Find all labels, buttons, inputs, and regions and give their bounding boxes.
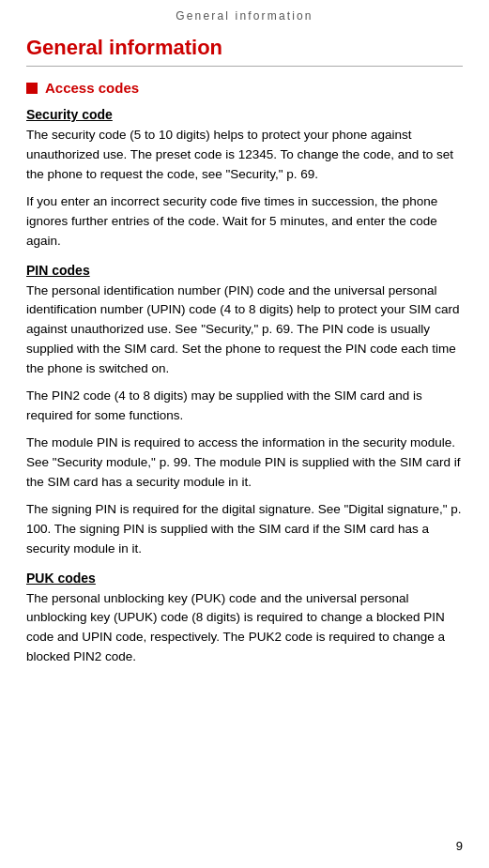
- section-icon: [26, 83, 38, 94]
- page-wrapper: General information General information …: [0, 0, 489, 868]
- subsection-security-code: Security code The security code (5 to 10…: [26, 107, 463, 251]
- pin-codes-para-2: The PIN2 code (4 to 8 digits) may be sup…: [26, 387, 463, 426]
- header-title: General information: [176, 9, 313, 23]
- page-header: General information: [0, 0, 489, 28]
- security-code-para-1: The security code (5 to 10 digits) helps…: [26, 126, 463, 185]
- page-content: General information Access codes Securit…: [0, 28, 489, 693]
- subsection-title-security-code: Security code: [26, 107, 463, 122]
- pin-codes-para-4: The signing PIN is required for the digi…: [26, 500, 463, 559]
- section-heading-text: Access codes: [45, 80, 139, 96]
- subsection-title-puk-codes: PUK codes: [26, 571, 463, 586]
- section-access-codes: Access codes: [26, 80, 463, 96]
- puk-codes-para-1: The personal unblocking key (PUK) code a…: [26, 589, 463, 668]
- pin-codes-para-3: The module PIN is required to access the…: [26, 434, 463, 493]
- subsection-puk-codes: PUK codes The personal unblocking key (P…: [26, 571, 463, 668]
- subsection-pin-codes: PIN codes The personal identification nu…: [26, 263, 463, 559]
- page-title: General information: [26, 36, 463, 67]
- page-number: 9: [456, 839, 463, 853]
- security-code-para-2: If you enter an incorrect security code …: [26, 192, 463, 251]
- pin-codes-para-1: The personal identification number (PIN)…: [26, 282, 463, 380]
- subsection-title-pin-codes: PIN codes: [26, 263, 463, 278]
